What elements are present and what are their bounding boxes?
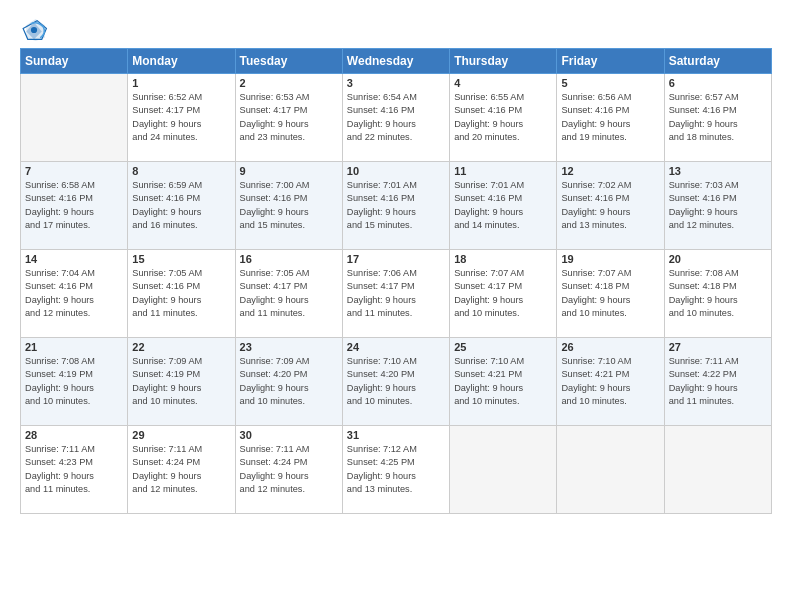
week-row-2: 7Sunrise: 6:58 AM Sunset: 4:16 PM Daylig… xyxy=(21,162,772,250)
day-number: 25 xyxy=(454,341,552,353)
day-info: Sunrise: 7:06 AM Sunset: 4:17 PM Dayligh… xyxy=(347,267,445,320)
day-number: 1 xyxy=(132,77,230,89)
week-row-3: 14Sunrise: 7:04 AM Sunset: 4:16 PM Dayli… xyxy=(21,250,772,338)
calendar-cell: 13Sunrise: 7:03 AM Sunset: 4:16 PM Dayli… xyxy=(664,162,771,250)
day-number: 5 xyxy=(561,77,659,89)
calendar-cell: 2Sunrise: 6:53 AM Sunset: 4:17 PM Daylig… xyxy=(235,74,342,162)
week-row-4: 21Sunrise: 7:08 AM Sunset: 4:19 PM Dayli… xyxy=(21,338,772,426)
day-number: 22 xyxy=(132,341,230,353)
day-info: Sunrise: 6:55 AM Sunset: 4:16 PM Dayligh… xyxy=(454,91,552,144)
calendar-cell: 12Sunrise: 7:02 AM Sunset: 4:16 PM Dayli… xyxy=(557,162,664,250)
calendar-cell: 9Sunrise: 7:00 AM Sunset: 4:16 PM Daylig… xyxy=(235,162,342,250)
day-number: 28 xyxy=(25,429,123,441)
calendar-table: SundayMondayTuesdayWednesdayThursdayFrid… xyxy=(20,48,772,514)
day-info: Sunrise: 7:04 AM Sunset: 4:16 PM Dayligh… xyxy=(25,267,123,320)
day-info: Sunrise: 7:10 AM Sunset: 4:21 PM Dayligh… xyxy=(454,355,552,408)
day-number: 4 xyxy=(454,77,552,89)
day-number: 20 xyxy=(669,253,767,265)
calendar-cell: 7Sunrise: 6:58 AM Sunset: 4:16 PM Daylig… xyxy=(21,162,128,250)
day-info: Sunrise: 7:09 AM Sunset: 4:19 PM Dayligh… xyxy=(132,355,230,408)
page: SundayMondayTuesdayWednesdayThursdayFrid… xyxy=(0,0,792,612)
day-info: Sunrise: 7:08 AM Sunset: 4:18 PM Dayligh… xyxy=(669,267,767,320)
header-day-friday: Friday xyxy=(557,49,664,74)
day-info: Sunrise: 7:00 AM Sunset: 4:16 PM Dayligh… xyxy=(240,179,338,232)
day-info: Sunrise: 7:03 AM Sunset: 4:16 PM Dayligh… xyxy=(669,179,767,232)
day-number: 9 xyxy=(240,165,338,177)
logo xyxy=(20,16,50,44)
day-number: 6 xyxy=(669,77,767,89)
day-number: 3 xyxy=(347,77,445,89)
header xyxy=(20,16,772,44)
calendar-cell: 24Sunrise: 7:10 AM Sunset: 4:20 PM Dayli… xyxy=(342,338,449,426)
day-info: Sunrise: 7:02 AM Sunset: 4:16 PM Dayligh… xyxy=(561,179,659,232)
calendar-cell: 21Sunrise: 7:08 AM Sunset: 4:19 PM Dayli… xyxy=(21,338,128,426)
day-info: Sunrise: 7:01 AM Sunset: 4:16 PM Dayligh… xyxy=(454,179,552,232)
header-row: SundayMondayTuesdayWednesdayThursdayFrid… xyxy=(21,49,772,74)
day-info: Sunrise: 7:11 AM Sunset: 4:24 PM Dayligh… xyxy=(132,443,230,496)
day-number: 17 xyxy=(347,253,445,265)
calendar-cell: 30Sunrise: 7:11 AM Sunset: 4:24 PM Dayli… xyxy=(235,426,342,514)
day-number: 27 xyxy=(669,341,767,353)
calendar-body: 1Sunrise: 6:52 AM Sunset: 4:17 PM Daylig… xyxy=(21,74,772,514)
day-number: 19 xyxy=(561,253,659,265)
day-info: Sunrise: 7:01 AM Sunset: 4:16 PM Dayligh… xyxy=(347,179,445,232)
day-number: 30 xyxy=(240,429,338,441)
week-row-1: 1Sunrise: 6:52 AM Sunset: 4:17 PM Daylig… xyxy=(21,74,772,162)
day-number: 16 xyxy=(240,253,338,265)
day-number: 31 xyxy=(347,429,445,441)
calendar-cell xyxy=(557,426,664,514)
day-number: 21 xyxy=(25,341,123,353)
day-info: Sunrise: 7:07 AM Sunset: 4:18 PM Dayligh… xyxy=(561,267,659,320)
day-info: Sunrise: 7:05 AM Sunset: 4:17 PM Dayligh… xyxy=(240,267,338,320)
day-number: 26 xyxy=(561,341,659,353)
day-number: 12 xyxy=(561,165,659,177)
day-info: Sunrise: 7:08 AM Sunset: 4:19 PM Dayligh… xyxy=(25,355,123,408)
day-info: Sunrise: 6:57 AM Sunset: 4:16 PM Dayligh… xyxy=(669,91,767,144)
calendar-cell: 11Sunrise: 7:01 AM Sunset: 4:16 PM Dayli… xyxy=(450,162,557,250)
day-number: 2 xyxy=(240,77,338,89)
day-number: 7 xyxy=(25,165,123,177)
calendar-cell: 19Sunrise: 7:07 AM Sunset: 4:18 PM Dayli… xyxy=(557,250,664,338)
day-number: 8 xyxy=(132,165,230,177)
header-day-wednesday: Wednesday xyxy=(342,49,449,74)
calendar-cell: 3Sunrise: 6:54 AM Sunset: 4:16 PM Daylig… xyxy=(342,74,449,162)
day-info: Sunrise: 7:07 AM Sunset: 4:17 PM Dayligh… xyxy=(454,267,552,320)
day-number: 14 xyxy=(25,253,123,265)
header-day-tuesday: Tuesday xyxy=(235,49,342,74)
day-info: Sunrise: 6:56 AM Sunset: 4:16 PM Dayligh… xyxy=(561,91,659,144)
calendar-cell: 4Sunrise: 6:55 AM Sunset: 4:16 PM Daylig… xyxy=(450,74,557,162)
calendar-cell: 25Sunrise: 7:10 AM Sunset: 4:21 PM Dayli… xyxy=(450,338,557,426)
calendar-cell: 31Sunrise: 7:12 AM Sunset: 4:25 PM Dayli… xyxy=(342,426,449,514)
calendar-cell: 8Sunrise: 6:59 AM Sunset: 4:16 PM Daylig… xyxy=(128,162,235,250)
header-day-thursday: Thursday xyxy=(450,49,557,74)
svg-point-2 xyxy=(31,27,37,33)
calendar-cell: 18Sunrise: 7:07 AM Sunset: 4:17 PM Dayli… xyxy=(450,250,557,338)
header-day-sunday: Sunday xyxy=(21,49,128,74)
calendar-cell: 14Sunrise: 7:04 AM Sunset: 4:16 PM Dayli… xyxy=(21,250,128,338)
calendar-cell: 17Sunrise: 7:06 AM Sunset: 4:17 PM Dayli… xyxy=(342,250,449,338)
calendar-cell xyxy=(450,426,557,514)
day-info: Sunrise: 7:10 AM Sunset: 4:20 PM Dayligh… xyxy=(347,355,445,408)
day-number: 15 xyxy=(132,253,230,265)
calendar-cell: 22Sunrise: 7:09 AM Sunset: 4:19 PM Dayli… xyxy=(128,338,235,426)
day-info: Sunrise: 7:09 AM Sunset: 4:20 PM Dayligh… xyxy=(240,355,338,408)
calendar-cell: 10Sunrise: 7:01 AM Sunset: 4:16 PM Dayli… xyxy=(342,162,449,250)
day-info: Sunrise: 7:12 AM Sunset: 4:25 PM Dayligh… xyxy=(347,443,445,496)
calendar-cell: 1Sunrise: 6:52 AM Sunset: 4:17 PM Daylig… xyxy=(128,74,235,162)
calendar-cell: 26Sunrise: 7:10 AM Sunset: 4:21 PM Dayli… xyxy=(557,338,664,426)
day-number: 13 xyxy=(669,165,767,177)
day-number: 24 xyxy=(347,341,445,353)
calendar-cell: 20Sunrise: 7:08 AM Sunset: 4:18 PM Dayli… xyxy=(664,250,771,338)
calendar-cell: 15Sunrise: 7:05 AM Sunset: 4:16 PM Dayli… xyxy=(128,250,235,338)
calendar-cell: 27Sunrise: 7:11 AM Sunset: 4:22 PM Dayli… xyxy=(664,338,771,426)
week-row-5: 28Sunrise: 7:11 AM Sunset: 4:23 PM Dayli… xyxy=(21,426,772,514)
day-info: Sunrise: 7:11 AM Sunset: 4:22 PM Dayligh… xyxy=(669,355,767,408)
day-info: Sunrise: 7:05 AM Sunset: 4:16 PM Dayligh… xyxy=(132,267,230,320)
header-day-monday: Monday xyxy=(128,49,235,74)
day-number: 23 xyxy=(240,341,338,353)
day-number: 29 xyxy=(132,429,230,441)
day-info: Sunrise: 7:11 AM Sunset: 4:23 PM Dayligh… xyxy=(25,443,123,496)
day-number: 18 xyxy=(454,253,552,265)
day-info: Sunrise: 6:58 AM Sunset: 4:16 PM Dayligh… xyxy=(25,179,123,232)
calendar-cell: 5Sunrise: 6:56 AM Sunset: 4:16 PM Daylig… xyxy=(557,74,664,162)
